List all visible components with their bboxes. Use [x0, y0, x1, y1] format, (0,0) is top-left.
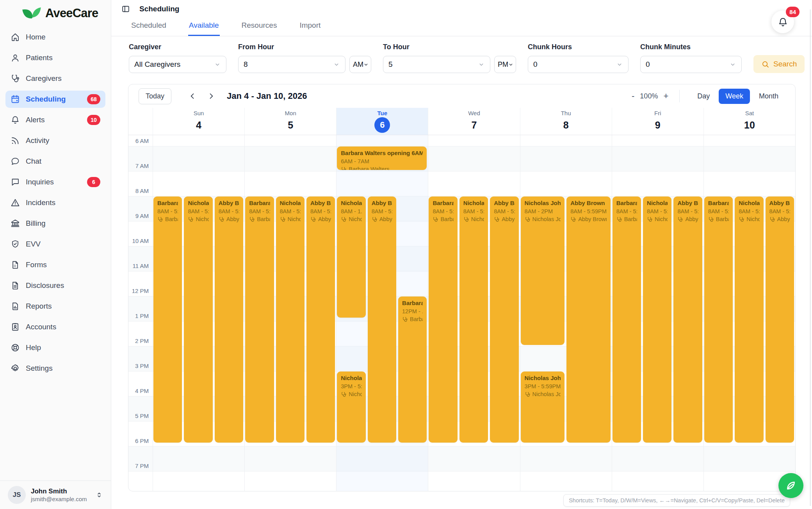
- calendar-event[interactable]: Abby Br...8AM - 5:...Abby Br: [766, 196, 794, 443]
- sidebar-item-accounts[interactable]: Accounts: [5, 318, 105, 336]
- sidebar-item-alerts[interactable]: Alerts10: [5, 111, 105, 129]
- calendar-event[interactable]: Abby Br...8AM - 5:...Abby Br: [306, 196, 335, 443]
- sidebar-item-settings[interactable]: Settings: [5, 360, 105, 377]
- day-header-mon[interactable]: Mon5: [244, 108, 336, 135]
- calendar-event[interactable]: Barbara Walters opening 6AM-7AM6AM - 7AM…: [337, 146, 427, 170]
- event-title: Barbara ...: [402, 299, 423, 307]
- day-header-fri[interactable]: Fri9: [612, 108, 703, 135]
- chevron-down-icon: [508, 62, 513, 67]
- hour-label: 7 PM: [128, 463, 149, 469]
- calendar-event[interactable]: Barbara ...8AM - 5:...Barbara: [704, 196, 733, 443]
- sidebar-item-caregivers[interactable]: Caregivers: [5, 70, 105, 87]
- tab-available[interactable]: Available: [188, 20, 220, 36]
- chunk-hours-select[interactable]: 0: [528, 56, 629, 73]
- event-time: 8AM - 1...: [341, 208, 361, 215]
- calendar-event[interactable]: Nichola...8AM - 5:...Nichola: [276, 196, 304, 443]
- today-button[interactable]: Today: [139, 88, 171, 104]
- sidebar-item-label: Home: [26, 33, 100, 41]
- chunk-minutes-select[interactable]: 0: [640, 56, 742, 73]
- tab-scheduled[interactable]: Scheduled: [130, 20, 167, 36]
- day-header-sun[interactable]: Sun4: [153, 108, 244, 135]
- zoom-out-button[interactable]: -: [629, 91, 637, 101]
- day-header-tue[interactable]: Tue6: [336, 108, 428, 135]
- calendar-event[interactable]: Barbara ...8AM - 5:...Barbara: [153, 196, 182, 443]
- event-caregiver: Nichola: [280, 216, 301, 223]
- from-hour-select[interactable]: 8: [238, 56, 345, 73]
- event-caregiver: Nichola: [341, 216, 361, 223]
- sidebar-item-evv[interactable]: EVV: [5, 236, 105, 253]
- chunk-hours-value: 0: [533, 60, 538, 69]
- brand-logo[interactable]: AveeCare: [0, 0, 111, 25]
- to-hour-select[interactable]: 5: [383, 56, 490, 73]
- sidebar-item-scheduling[interactable]: Scheduling68: [5, 91, 105, 108]
- sidebar-item-billing[interactable]: Billing: [5, 215, 105, 232]
- sidebar-toggle-icon[interactable]: [121, 5, 130, 13]
- user-menu[interactable]: JS John Smith jsmith@example.com: [0, 480, 111, 509]
- sidebar-item-help[interactable]: Help: [5, 339, 105, 356]
- sidebar-item-chat[interactable]: Chat: [5, 153, 105, 170]
- calendar-event[interactable]: Abby Br...8AM - 5:...Abby Br: [673, 196, 702, 443]
- day-header-sat[interactable]: Sat10: [703, 108, 795, 135]
- calendar-event[interactable]: Nichola...3PM - 5:...Nichola: [337, 371, 365, 443]
- assistant-fab-button[interactable]: [778, 473, 803, 498]
- calendar-event[interactable]: Barbara ...8AM - 5:...Barbara: [613, 196, 641, 443]
- event-title: Abby Br...: [677, 199, 698, 207]
- event-caregiver: Nichola: [341, 391, 361, 398]
- event-caregiver-name: Barbara: [257, 216, 270, 223]
- calendar-event[interactable]: Abby Br...8AM - 5:...Abby Br: [368, 196, 396, 443]
- hour-label: 2 PM: [128, 338, 149, 344]
- calendar-event[interactable]: Abby Br...8AM - 5:...Abby Br: [215, 196, 243, 443]
- view-switcher: DayWeekMonth: [688, 89, 785, 104]
- stethoscope-icon: [372, 216, 378, 222]
- view-button-week[interactable]: Week: [719, 89, 750, 104]
- sidebar-item-incidents[interactable]: Incidents: [5, 194, 105, 211]
- tab-resources[interactable]: Resources: [241, 20, 278, 36]
- calendar-event[interactable]: Barbara ...12PM - ...Barbara: [398, 296, 427, 443]
- calendar-event[interactable]: Abby Brown op...8AM - 5:59PMAbby Brown: [566, 196, 611, 443]
- sidebar-item-activity[interactable]: Activity: [5, 132, 105, 149]
- calendar-event[interactable]: Nichola...8AM - 1...Nichola: [337, 196, 365, 318]
- tab-import[interactable]: Import: [299, 20, 321, 36]
- calendar-event[interactable]: Nichola...8AM - 5:...Nichola: [735, 196, 763, 443]
- to-meridiem-select[interactable]: PM: [494, 56, 516, 73]
- brand-name: AveeCare: [45, 6, 98, 20]
- view-button-month[interactable]: Month: [752, 89, 785, 104]
- stethoscope-icon: [11, 74, 20, 83]
- hour-label: 12 PM: [128, 288, 149, 294]
- day-header-thu[interactable]: Thu8: [520, 108, 612, 135]
- sidebar-item-home[interactable]: Home: [5, 29, 105, 46]
- sidebar-item-inquiries[interactable]: Inquiries6: [5, 173, 105, 191]
- event-caregiver: Nichola: [188, 216, 208, 223]
- sidebar-item-patients[interactable]: Patients: [5, 49, 105, 66]
- count-badge: 68: [87, 94, 100, 104]
- sidebar-item-disclosures[interactable]: Disclosures: [5, 277, 105, 294]
- day-header-wed[interactable]: Wed7: [428, 108, 520, 135]
- event-caregiver-name: Barbara Walters: [349, 166, 389, 170]
- caregiver-select[interactable]: All Caregivers: [129, 56, 226, 73]
- calendar-event[interactable]: Nichola...8AM - 5:...Nichola: [643, 196, 671, 443]
- caregiver-value: All Caregivers: [134, 60, 180, 69]
- calendar-event[interactable]: Nicholas John...8AM - 2PMNicholas John:: [521, 196, 565, 345]
- event-caregiver-name: Barbara: [440, 216, 453, 223]
- scrollbar[interactable]: [810, 9, 810, 506]
- sidebar-item-reports[interactable]: Reports: [5, 298, 105, 315]
- notifications-button[interactable]: 84: [771, 11, 794, 33]
- calendar-event[interactable]: Nichola...8AM - 5:...Nichola: [459, 196, 488, 443]
- sidebar-item-forms[interactable]: Forms: [5, 256, 105, 273]
- zoom-in-button[interactable]: +: [661, 91, 671, 101]
- event-time: 8AM - 5:...: [310, 208, 331, 215]
- calendar-event[interactable]: Barbara ...8AM - 5:...Barbara: [245, 196, 274, 443]
- stethoscope-icon: [433, 216, 438, 222]
- search-button[interactable]: Search: [753, 55, 805, 73]
- calendar-event[interactable]: Abby Br...8AM - 5:...Abby Br: [490, 196, 518, 443]
- calendar-event[interactable]: Barbara ...8AM - 5:...Barbara: [429, 196, 457, 443]
- chevron-right-icon[interactable]: [207, 92, 215, 100]
- from-meridiem-select[interactable]: AM: [349, 56, 371, 73]
- view-button-day[interactable]: Day: [691, 89, 716, 104]
- calendar-event[interactable]: Nichola...8AM - 5:...Nichola: [184, 196, 212, 443]
- search-button-label: Search: [773, 60, 797, 68]
- chevron-left-icon[interactable]: [189, 92, 196, 100]
- calendar-event[interactable]: Nicholas John...3PM - 5:59PMNicholas Joh…: [521, 371, 565, 443]
- event-caregiver: Nichola: [463, 216, 484, 223]
- event-title: Nicholas John...: [525, 374, 561, 382]
